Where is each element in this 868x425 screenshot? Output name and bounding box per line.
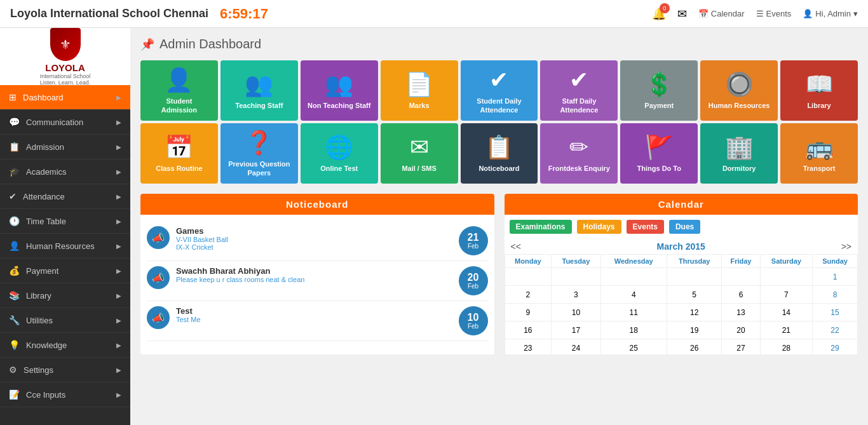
tile-mail-sms[interactable]: ✉ Mail / SMS xyxy=(381,123,458,184)
cal-cell[interactable]: 26 xyxy=(667,339,722,355)
sidebar-item-timetable[interactable]: 🕐 Time Table ▶ xyxy=(0,209,130,234)
tile-previous-question-papers[interactable]: ❓ Previous Question Papers xyxy=(220,123,298,184)
sidebar-item-academics[interactable]: 🎓 Academics ▶ xyxy=(0,159,130,184)
cal-cell[interactable]: 10 xyxy=(552,304,600,321)
events-link[interactable]: ☰ Events xyxy=(756,9,792,18)
calendar-link[interactable]: 📅 Calendar xyxy=(698,9,745,18)
sidebar-label-knowledge: Knowledge xyxy=(26,341,67,350)
cal-cell[interactable]: 12 xyxy=(667,304,722,321)
bottom-panels: Noticeboard 📣 Games V-VII Basket BallIX-… xyxy=(140,194,858,354)
cal-day-header: Saturday xyxy=(760,255,813,268)
sidebar-item-left: 💡 Knowledge xyxy=(9,340,67,350)
cal-cell[interactable]: 29 xyxy=(813,339,858,355)
tile-transport[interactable]: 🚌 Transport xyxy=(780,123,858,184)
cal-cell[interactable]: 15 xyxy=(813,304,858,321)
cal-cell[interactable]: 7 xyxy=(760,286,813,304)
cal-cell[interactable]: 4 xyxy=(600,286,667,304)
cal-cell[interactable]: 11 xyxy=(600,304,667,321)
tile-frontdesk-enquiry[interactable]: ✏ Frontdesk Enquiry xyxy=(540,123,618,184)
tile-student-admission[interactable]: 👤 StudentAdmission xyxy=(140,60,218,121)
sidebar-icon-communication: 💬 xyxy=(9,117,20,127)
layout: ⚜ LOYOLA International School Listen. Le… xyxy=(0,28,868,425)
notification-bell[interactable]: 🔔 0 xyxy=(652,7,666,21)
cal-next-button[interactable]: >> xyxy=(841,241,851,252)
cal-cell[interactable]: 3 xyxy=(552,286,600,304)
calendar-legend-events: Events xyxy=(627,220,664,234)
sidebar-item-library[interactable]: 📚 Library ▶ xyxy=(0,283,130,308)
topnav: Loyola International School Chennai 6:59… xyxy=(0,0,868,28)
cal-cell[interactable]: 19 xyxy=(667,321,722,339)
notice-date-num: 10 xyxy=(468,313,479,323)
sidebar-item-dashboard[interactable]: ⊞ Dashboard ▶ xyxy=(0,85,130,110)
cal-cell[interactable]: 1 xyxy=(813,268,858,286)
tile-online-test[interactable]: 🌐 Online Test xyxy=(301,123,378,184)
calendar-legend: ExaminationsHolidaysEventsDues xyxy=(505,215,858,239)
tile-human-resources[interactable]: 🔘 Human Resources xyxy=(700,60,778,121)
sidebar-arrow-communication: ▶ xyxy=(116,119,121,126)
tile-dormitory[interactable]: 🏢 Dormitory xyxy=(700,123,778,184)
cal-cell xyxy=(667,268,722,286)
tile-label-class-routine: Class Routine xyxy=(156,165,202,173)
cal-cell[interactable]: 9 xyxy=(505,304,552,321)
tile-label-mail-sms: Mail / SMS xyxy=(402,165,436,173)
sidebar-icon-utilities: 🔧 xyxy=(9,315,20,325)
cal-cell[interactable]: 6 xyxy=(722,286,760,304)
tile-marks[interactable]: 📄 Marks xyxy=(381,60,458,121)
cal-cell[interactable]: 13 xyxy=(722,304,760,321)
tile-non-teaching-staff[interactable]: 👥 Non Teaching Staff xyxy=(301,60,378,121)
sidebar-item-admission[interactable]: 📋 Admission ▶ xyxy=(0,135,130,159)
notice-item: 📣 Games V-VII Basket BallIX-X Cricket 21… xyxy=(147,221,488,261)
cal-prev-button[interactable]: << xyxy=(511,241,521,252)
cal-cell[interactable]: 21 xyxy=(760,321,813,339)
cal-cell[interactable]: 17 xyxy=(552,321,600,339)
calendar-scroll[interactable]: ExaminationsHolidaysEventsDues << March … xyxy=(505,215,858,354)
sidebar-arrow-payment: ▶ xyxy=(116,267,121,274)
cal-cell[interactable]: 24 xyxy=(552,339,600,355)
sidebar-item-left: 💬 Communication xyxy=(9,117,83,127)
tile-staff-daily-attendance[interactable]: ✔ Staff Daily Attendence xyxy=(540,60,618,121)
noticeboard-panel: Noticeboard 📣 Games V-VII Basket BallIX-… xyxy=(140,194,494,354)
sidebar-icon-admission: 📋 xyxy=(9,142,20,152)
cal-day-header: Thrusday xyxy=(667,255,722,268)
sidebar-item-knowledge[interactable]: 💡 Knowledge ▶ xyxy=(0,333,130,358)
cal-cell[interactable]: 16 xyxy=(505,321,552,339)
cal-cell[interactable]: 22 xyxy=(813,321,858,339)
sidebar-item-payment[interactable]: 💰 Payment ▶ xyxy=(0,259,130,283)
sidebar-item-settings[interactable]: ⚙ Settings ▶ xyxy=(0,358,130,382)
cal-cell[interactable]: 25 xyxy=(600,339,667,355)
tile-teaching-staff[interactable]: 👥 Teaching Staff xyxy=(220,60,298,121)
sidebar-item-attendance[interactable]: ✔ Attendance ▶ xyxy=(0,184,130,209)
tile-class-routine[interactable]: 📅 Class Routine xyxy=(140,123,218,184)
sidebar-arrow-dashboard: ▶ xyxy=(116,94,121,101)
sidebar-item-hr[interactable]: 👤 Human Resources ▶ xyxy=(0,234,130,259)
tile-icon-dormitory: 🏢 xyxy=(725,134,754,161)
cal-cell[interactable]: 18 xyxy=(600,321,667,339)
mail-icon-wrap[interactable]: ✉ xyxy=(677,7,687,21)
cal-cell[interactable]: 27 xyxy=(722,339,760,355)
cal-cell[interactable]: 14 xyxy=(760,304,813,321)
notice-date-num: 20 xyxy=(468,273,479,283)
logo-box: ⚜ LOYOLA International School Listen. Le… xyxy=(40,28,91,86)
cal-cell[interactable]: 8 xyxy=(813,286,858,304)
user-menu[interactable]: 👤 Hi, Admin ▾ xyxy=(803,9,858,18)
sidebar-item-utilities[interactable]: 🔧 Utilities ▶ xyxy=(0,308,130,333)
sidebar-icon-academics: 🎓 xyxy=(9,166,20,177)
tile-icon-transport: 🚌 xyxy=(805,134,834,161)
tile-noticeboard[interactable]: 📋 Noticeboard xyxy=(461,123,538,184)
cal-cell[interactable]: 23 xyxy=(505,339,552,355)
tile-payment[interactable]: 💲 Payment xyxy=(620,60,698,121)
cal-cell[interactable]: 2 xyxy=(505,286,552,304)
tile-things-do-to[interactable]: 🚩 Things Do To xyxy=(620,123,698,184)
dashboard-header: 📌 Admin Dashboard xyxy=(140,37,858,51)
cal-cell[interactable]: 28 xyxy=(760,339,813,355)
sidebar-icon-knowledge: 💡 xyxy=(9,340,20,350)
tile-library[interactable]: 📖 Library xyxy=(780,60,858,121)
cal-cell[interactable]: 5 xyxy=(667,286,722,304)
tile-student-daily-attendance[interactable]: ✔ Student Daily Attendence xyxy=(461,60,538,121)
tile-icon-noticeboard: 📋 xyxy=(485,134,513,161)
sidebar-label-attendance: Attendance xyxy=(23,192,65,201)
cal-cell[interactable]: 20 xyxy=(722,321,760,339)
sidebar-item-communication[interactable]: 💬 Communication ▶ xyxy=(0,110,130,135)
sidebar-item-cce[interactable]: 📝 Cce Inputs ▶ xyxy=(0,382,130,407)
tile-label-transport: Transport xyxy=(803,165,836,173)
